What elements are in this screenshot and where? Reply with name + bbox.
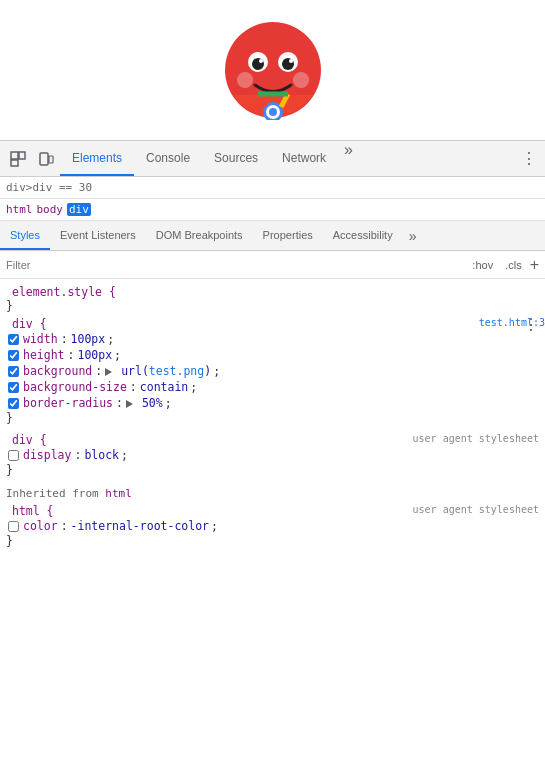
property-display-checkbox[interactable] <box>8 450 19 461</box>
filter-controls: :hov .cls + <box>468 257 539 273</box>
property-height: height : 100px ; <box>0 347 545 363</box>
breadcrumb-path: div>div == 30 <box>6 181 92 194</box>
more-subtabs-button[interactable]: » <box>403 228 423 244</box>
property-background-checkbox[interactable] <box>8 366 19 377</box>
svg-point-11 <box>269 108 277 116</box>
property-color-checkbox[interactable] <box>8 521 19 532</box>
html-ua-rule-block: html { user agent stylesheet color : -in… <box>0 502 545 550</box>
property-height-checkbox[interactable] <box>8 350 19 361</box>
path-div[interactable]: div <box>67 203 91 216</box>
div-selector[interactable]: div { <box>6 317 47 331</box>
property-color: color : -internal-root-color ; <box>0 518 545 534</box>
property-background-size: background-size : contain ; <box>0 379 545 395</box>
ua-label: user agent stylesheet <box>413 433 539 447</box>
topbar-right-controls: ⋮ <box>517 147 541 171</box>
devtools-tabs: Elements Console Sources Network » <box>60 141 517 176</box>
div-rule-close: } <box>0 411 545 425</box>
filter-bar: :hov .cls + <box>0 251 545 279</box>
element-style-close: } <box>0 299 545 313</box>
breadcrumb-row: div>div == 30 <box>0 177 545 199</box>
svg-rect-14 <box>19 152 25 159</box>
hov-button[interactable]: :hov <box>468 258 497 272</box>
inspect-element-icon[interactable] <box>4 145 32 173</box>
add-style-rule-button[interactable]: + <box>530 257 539 273</box>
html-ua-selector[interactable]: html { <box>6 504 54 518</box>
svg-point-7 <box>237 72 253 88</box>
border-radius-triangle-icon[interactable] <box>126 400 133 408</box>
device-toggle-icon[interactable] <box>32 145 60 173</box>
chrome-logo <box>223 20 323 120</box>
tab-elements[interactable]: Elements <box>60 141 134 176</box>
styles-panel: :hov .cls + element.style { } div { test… <box>0 251 545 558</box>
div-ua-selector[interactable]: div { <box>6 433 47 447</box>
background-url-link[interactable]: test.png <box>149 364 204 378</box>
subtab-properties[interactable]: Properties <box>253 221 323 250</box>
subtab-accessibility[interactable]: Accessibility <box>323 221 403 250</box>
element-style-selector[interactable]: element.style { <box>6 285 116 299</box>
inherited-from-tag[interactable]: html <box>105 487 132 500</box>
property-background: background : url(test.png) ; <box>0 363 545 379</box>
div-rule-block: div { test.html:3 width : 100px ; heig <box>0 315 545 427</box>
rule-more-button[interactable]: ⋮ <box>523 317 539 333</box>
inherited-from-section: Inherited from html <box>0 483 545 502</box>
subtabs-row: Styles Event Listeners DOM Breakpoints P… <box>0 221 545 251</box>
tab-console[interactable]: Console <box>134 141 202 176</box>
html-ua-label: user agent stylesheet <box>413 504 539 518</box>
tab-sources[interactable]: Sources <box>202 141 270 176</box>
browser-viewport <box>0 0 545 140</box>
property-width: width : 100px ; <box>0 331 545 347</box>
svg-point-5 <box>259 59 263 63</box>
filter-input[interactable] <box>6 259 464 271</box>
svg-point-8 <box>293 72 309 88</box>
div-ua-rule-close: } <box>0 463 545 477</box>
path-html[interactable]: html <box>6 203 33 216</box>
tab-network[interactable]: Network <box>270 141 338 176</box>
path-body[interactable]: body <box>37 203 64 216</box>
url-triangle-icon[interactable] <box>105 368 112 376</box>
subtab-styles[interactable]: Styles <box>0 221 50 250</box>
settings-icon[interactable]: ⋮ <box>517 147 541 171</box>
svg-rect-16 <box>49 156 53 163</box>
html-ua-rule-close: } <box>0 534 545 548</box>
more-tabs-button[interactable]: » <box>338 141 359 176</box>
property-border-radius-checkbox[interactable] <box>8 398 19 409</box>
property-display: display : block ; <box>0 447 545 463</box>
property-border-radius: border-radius : 50% ; <box>0 395 545 411</box>
svg-point-6 <box>289 59 293 63</box>
svg-rect-12 <box>11 152 18 159</box>
subtab-dom-breakpoints[interactable]: DOM Breakpoints <box>146 221 253 250</box>
property-background-size-checkbox[interactable] <box>8 382 19 393</box>
devtools-topbar: Elements Console Sources Network » ⋮ <box>0 141 545 177</box>
element-style-rule: element.style { } <box>0 283 545 315</box>
div-ua-rule-block: div { user agent stylesheet display : bl… <box>0 431 545 479</box>
cls-button[interactable]: .cls <box>501 258 526 272</box>
svg-rect-13 <box>11 160 18 166</box>
property-width-checkbox[interactable] <box>8 334 19 345</box>
devtools-panel: Elements Console Sources Network » ⋮ div… <box>0 140 545 558</box>
css-rules-area: element.style { } div { test.html:3 widt… <box>0 279 545 558</box>
svg-rect-15 <box>40 153 48 165</box>
element-path-row: html body div <box>0 199 545 221</box>
subtab-event-listeners[interactable]: Event Listeners <box>50 221 146 250</box>
